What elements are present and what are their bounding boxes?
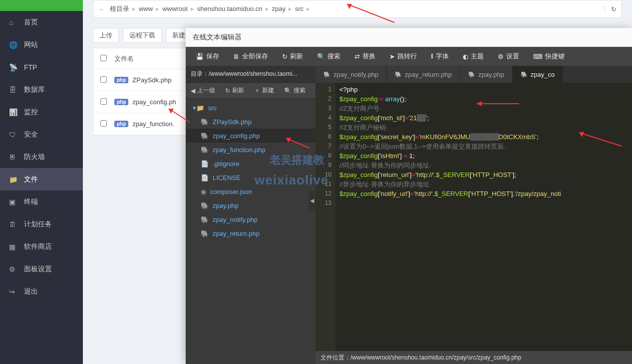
file-name[interactable]: ZPaySdk.php bbox=[132, 76, 171, 84]
tree-search-button[interactable]: 🔍 搜索 bbox=[279, 86, 311, 95]
php-icon: 🐘 bbox=[201, 146, 209, 154]
code-lines[interactable]: <?php·$zpay_config·=·array();·//Z支付商户号·$… bbox=[335, 83, 632, 351]
php-icon: php bbox=[114, 99, 128, 105]
doc-icon: 📄 bbox=[201, 160, 209, 168]
sidebar-item-label: 监控 bbox=[24, 108, 38, 117]
collapse-tree-button[interactable]: ◀ bbox=[309, 190, 316, 210]
breadcrumb-segment[interactable]: shenshou.taomiduo.cn bbox=[197, 5, 263, 12]
editor-footer: 文件位置：/www/wwwroot/shenshou.taomiduo.cn/z… bbox=[316, 351, 632, 364]
sidebar-item-shield[interactable]: 🛡安全 bbox=[0, 123, 83, 146]
row-checkbox[interactable] bbox=[100, 76, 107, 83]
file-name[interactable]: zpay_function. bbox=[132, 120, 174, 128]
chevron-right-icon: ▸ bbox=[307, 5, 310, 12]
editor-toolbar: 💾保存 🗎全部保存 ↻刷新 🔍搜索 ⇄替换 ➤跳转行 𝐈字体 ◐主题 ⚙设置 ⌨… bbox=[186, 47, 632, 66]
chevron-right-icon: ▸ bbox=[191, 5, 194, 12]
refresh-button[interactable]: ↻刷新 bbox=[275, 47, 310, 66]
file-name[interactable]: zpay_config.ph bbox=[132, 98, 176, 106]
tree-file[interactable]: 🐘zpay_notify.php bbox=[186, 212, 316, 226]
folder-icon: 📁 bbox=[196, 104, 204, 112]
tree-file[interactable]: 🐘zpay_function.php bbox=[186, 143, 316, 157]
sidebar-item-ftp[interactable]: 📡FTP bbox=[0, 56, 83, 78]
tree-create-button[interactable]: ＋ 新建 bbox=[249, 86, 279, 95]
save-button[interactable]: 💾保存 bbox=[189, 47, 226, 66]
upload-button[interactable]: 上传 bbox=[93, 28, 119, 43]
sidebar-item-home[interactable]: ⌂首页 bbox=[0, 11, 83, 33]
goto-icon: ➤ bbox=[389, 53, 395, 60]
settings-button[interactable]: ⚙设置 bbox=[491, 47, 526, 66]
editor-tab[interactable]: 🐘zpay.php bbox=[460, 66, 513, 83]
tab-label: zpay.php bbox=[478, 71, 504, 78]
breadcrumb-segment[interactable]: wwwroot bbox=[162, 5, 188, 12]
tree-file[interactable]: 📄LICENSE bbox=[186, 171, 316, 184]
tree-file-name: zpay_config.php bbox=[213, 132, 260, 140]
php-icon: 🐘 bbox=[468, 71, 475, 78]
chevron-right-icon: ▸ bbox=[266, 5, 269, 12]
save-all-button[interactable]: 🗎全部保存 bbox=[226, 47, 275, 66]
tree-file-name: LICENSE bbox=[213, 174, 241, 182]
tree-file[interactable]: 🐘zpay_return.php bbox=[186, 226, 316, 240]
sidebar-item-firewall[interactable]: ⛨防火墙 bbox=[0, 146, 83, 168]
sidebar-item-label: 面板设置 bbox=[24, 265, 52, 274]
sidebar-item-settings[interactable]: ⚙面板设置 bbox=[0, 258, 83, 280]
editor-tab[interactable]: 🐘zpay_notify.php bbox=[316, 66, 387, 83]
breadcrumb-segment[interactable]: www bbox=[139, 5, 153, 12]
row-checkbox[interactable] bbox=[100, 120, 107, 127]
tree-file[interactable]: 🐘zpay.php bbox=[186, 198, 316, 212]
chevron-right-icon: ▸ bbox=[289, 5, 292, 12]
column-filename[interactable]: 文件名 bbox=[114, 54, 134, 63]
php-icon: 🐘 bbox=[521, 71, 528, 78]
editor-tab[interactable]: 🐘zpay_return.php bbox=[387, 66, 460, 83]
line-gutter: 12345678910111213 bbox=[316, 83, 335, 351]
sidebar-item-cron[interactable]: 🗓计划任务 bbox=[0, 213, 83, 235]
replace-icon: ⇄ bbox=[354, 53, 360, 60]
sidebar-item-db[interactable]: 🗄数据库 bbox=[0, 78, 83, 101]
sidebar-item-label: 数据库 bbox=[24, 85, 45, 94]
breadcrumb-segment[interactable]: 根目录 bbox=[110, 5, 129, 12]
tree-refresh-button[interactable]: ↻ 刷新 bbox=[220, 86, 249, 95]
breadcrumb-segment[interactable]: zpay bbox=[272, 5, 286, 12]
php-icon: php bbox=[114, 121, 128, 127]
back-icon[interactable]: ← bbox=[98, 5, 105, 13]
breadcrumb-segment[interactable]: src bbox=[295, 5, 304, 12]
search-button[interactable]: 🔍搜索 bbox=[310, 47, 347, 66]
select-all-checkbox[interactable] bbox=[100, 55, 107, 61]
goto-button[interactable]: ➤跳转行 bbox=[382, 47, 424, 66]
tree-up-button[interactable]: ◀ 上一级 bbox=[186, 86, 220, 95]
editor-tab[interactable]: 🐘zpay_co bbox=[513, 66, 563, 83]
sidebar-item-logout[interactable]: ↪退出 bbox=[0, 280, 83, 303]
sidebar-item-apps[interactable]: ▦软件商店 bbox=[0, 235, 83, 258]
refresh-icon[interactable]: ↻ bbox=[605, 5, 617, 13]
editor-title: 在线文本编辑器 bbox=[186, 28, 632, 47]
font-button[interactable]: 𝐈字体 bbox=[424, 47, 456, 66]
chevron-right-icon: ▸ bbox=[156, 5, 159, 12]
breadcrumb: ← 根目录▸www▸wwwroot▸shenshou.taomiduo.cn▸z… bbox=[93, 0, 622, 18]
font-icon: 𝐈 bbox=[431, 52, 433, 60]
tree-file[interactable]: 🐘ZPaySdk.php bbox=[186, 115, 316, 129]
cron-icon: 🗓 bbox=[9, 220, 18, 228]
tree-folder-src[interactable]: ▾ 📁src bbox=[186, 101, 316, 115]
shortcut-button[interactable]: ⌨快捷键 bbox=[526, 47, 572, 66]
replace-button[interactable]: ⇄替换 bbox=[347, 47, 382, 66]
sidebar-item-label: 防火墙 bbox=[24, 153, 45, 162]
tab-label: zpay_return.php bbox=[405, 71, 452, 78]
sidebar-item-globe[interactable]: 🌐网站 bbox=[0, 33, 83, 56]
tree-file[interactable]: 📄.gitignore bbox=[186, 157, 316, 171]
folder-icon: 📁 bbox=[9, 176, 18, 183]
search-icon: 🔍 bbox=[317, 53, 325, 60]
code-editor[interactable]: 12345678910111213 <?php·$zpay_config·=·a… bbox=[316, 83, 632, 351]
tree-file[interactable]: ◉composer.json bbox=[186, 184, 316, 198]
row-checkbox[interactable] bbox=[100, 98, 107, 105]
remote-download-button[interactable]: 远程下载 bbox=[123, 28, 162, 43]
sidebar-item-terminal[interactable]: ▣终端 bbox=[0, 190, 83, 213]
editor-tabs: 🐘zpay_notify.php🐘zpay_return.php🐘zpay.ph… bbox=[316, 66, 632, 83]
sidebar-item-label: 首页 bbox=[24, 18, 38, 27]
refresh-icon: ↻ bbox=[282, 53, 288, 60]
sidebar: ⌂首页🌐网站📡FTP🗄数据库📊监控🛡安全⛨防火墙📁文件▣终端🗓计划任务▦软件商店… bbox=[0, 0, 83, 364]
tree-file-name: ZPaySdk.php bbox=[213, 118, 252, 126]
sidebar-item-folder[interactable]: 📁文件 bbox=[0, 168, 83, 190]
tree-file[interactable]: 🐘zpay_config.php bbox=[186, 129, 316, 143]
sidebar-item-monitor[interactable]: 📊监控 bbox=[0, 101, 83, 123]
ftp-icon: 📡 bbox=[9, 63, 18, 71]
theme-button[interactable]: ◐主题 bbox=[456, 47, 491, 66]
php-icon: 🐘 bbox=[201, 230, 209, 237]
